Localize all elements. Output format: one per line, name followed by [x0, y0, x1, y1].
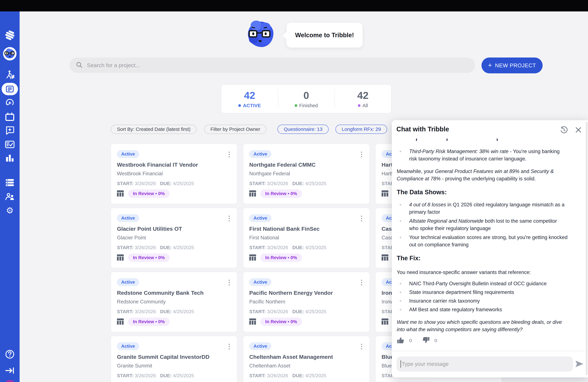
chat-bullet: State insurance department filing requir…: [397, 289, 567, 296]
sign-out-icon[interactable]: [0, 365, 20, 377]
chat-message: Third-Party Risk Management: 38% win rat…: [397, 138, 567, 344]
project-title: Redstone Community Bank Tech: [117, 290, 204, 296]
search-input[interactable]: [87, 62, 446, 68]
chat-message-input[interactable]: [402, 361, 562, 367]
sync-sparkle-icon[interactable]: [0, 97, 20, 109]
start-label: START:: [249, 181, 266, 186]
status-badge: Active: [117, 150, 139, 158]
table-icon: [117, 190, 124, 197]
start-date: 3/26/2026: [267, 373, 288, 378]
people-icon[interactable]: [0, 191, 20, 203]
top-black-bar: [0, 0, 588, 11]
card-menu-button[interactable]: [358, 278, 365, 287]
checklist-icon[interactable]: [0, 139, 20, 150]
sort-by-chip[interactable]: Sort By: Created Date (latest first): [111, 125, 197, 134]
search-icon: [76, 62, 83, 69]
chat-bullet: AM Best and state regulatory frameworks: [397, 306, 567, 313]
calendar-icon[interactable]: [0, 111, 20, 123]
start-date: 3/26/2026: [135, 373, 156, 378]
chat-closing-question: Want me to show you which specific quest…: [397, 318, 567, 333]
project-dates: START: 3/26/2026DUE: 4/25/2025: [249, 181, 326, 186]
filter-bar: Sort By: Created Date (latest first) Fil…: [111, 125, 387, 134]
project-dates: START: 3/26/2026DUE: 4/25/2025: [117, 245, 194, 250]
project-card[interactable]: Active Pacific Northern Energy Vendor Pa…: [243, 272, 370, 332]
tribble-assistant-icon[interactable]: [0, 47, 20, 61]
longform-rfx-chip[interactable]: Longform RFx: 29: [336, 125, 387, 134]
project-card[interactable]: Active Redstone Community Bank Tech Reds…: [111, 272, 237, 332]
project-card[interactable]: Active First National Bank FinSec First …: [243, 208, 370, 268]
tribble-logo-icon[interactable]: [0, 28, 20, 43]
history-icon[interactable]: [560, 126, 568, 134]
sidebar: ⚙ TK: [0, 11, 20, 382]
project-client: Northgate Federal: [249, 171, 290, 177]
status-badge: Active: [117, 214, 139, 222]
due-date: 4/25/2025: [305, 309, 326, 314]
card-menu-button[interactable]: [226, 278, 233, 287]
table-icon: [381, 318, 388, 325]
table-icon: [117, 255, 124, 261]
project-dates: START: 3/26/2026DUE: 4/25/2025: [117, 309, 194, 314]
project-card[interactable]: Active Westbrook Financial IT Vendor Wes…: [111, 144, 237, 204]
project-title: Westbrook Financial IT Vendor: [117, 162, 198, 168]
tribble-mascot: [246, 20, 275, 49]
thumbs-up-icon[interactable]: [397, 337, 405, 344]
table-icon: [381, 190, 388, 197]
send-icon[interactable]: [575, 360, 584, 367]
project-dates: START: 3/26/2026DUE: 4/25/2025: [249, 373, 326, 378]
chat-sparkle-icon[interactable]: [0, 125, 20, 136]
start-date: 3/26/2026: [135, 309, 156, 314]
start-label: START:: [249, 373, 266, 378]
chat-input-box[interactable]: [397, 357, 573, 372]
questionnaire-chip[interactable]: Questionnaire: 13: [277, 125, 329, 134]
card-menu-button[interactable]: [226, 342, 233, 351]
project-card[interactable]: Active Granite Summit Capital InvestorDD…: [111, 336, 237, 382]
project-card[interactable]: Active Cheltenham Asset Management Chelt…: [243, 336, 370, 382]
chat-scrollbar[interactable]: [586, 122, 588, 375]
project-client: Cheltenham Asset: [249, 363, 290, 369]
bar-chart-icon[interactable]: [0, 152, 20, 164]
close-icon[interactable]: [574, 126, 582, 134]
card-menu-button[interactable]: [226, 214, 233, 223]
stat-all[interactable]: 42 All: [335, 85, 391, 113]
finished-dot: [295, 104, 297, 107]
finished-count: 0: [303, 89, 309, 101]
review-badge: In Review • 0%: [128, 254, 170, 262]
project-title: Pacific Northern Energy Vendor: [249, 290, 333, 296]
stat-finished[interactable]: 0 Finished: [278, 85, 335, 113]
card-menu-button[interactable]: [358, 214, 365, 223]
thumbs-up-count: 0: [409, 337, 412, 344]
card-menu-button[interactable]: [358, 342, 365, 351]
due-label: DUE:: [292, 245, 304, 250]
help-icon[interactable]: [0, 348, 20, 360]
servers-icon[interactable]: [0, 177, 20, 189]
chat-heading-fix: The Fix:: [397, 254, 567, 262]
all-count: 42: [357, 89, 368, 101]
chat-bullet: Third-Party Risk Management: 38% win rat…: [397, 148, 567, 162]
project-card[interactable]: Active Northgate Federal CMMC Northgate …: [243, 144, 370, 204]
project-search[interactable]: [70, 58, 475, 73]
clipped-message-line: [397, 138, 567, 143]
start-label: START:: [249, 245, 266, 250]
project-title: Granite Summit Capital InvestorDD: [117, 354, 210, 360]
start-label: START:: [117, 245, 133, 250]
project-client: Glacier Point: [117, 235, 146, 241]
status-badge: Active: [249, 214, 272, 222]
due-date: 4/25/2025: [305, 373, 326, 378]
card-menu-button[interactable]: [358, 150, 365, 159]
thumbs-down-icon[interactable]: [422, 337, 430, 344]
user-avatar[interactable]: TK: [0, 379, 20, 382]
sidebar-item-projects-selected[interactable]: [0, 83, 20, 95]
fix-intro: You need insurance-specific answer varia…: [397, 269, 567, 276]
filter-owner-chip[interactable]: Filter by Project Owner: [204, 125, 266, 134]
project-client: Granite Summit: [117, 363, 152, 369]
settings-gear-icon[interactable]: ⚙: [0, 205, 20, 216]
table-icon: [381, 255, 388, 261]
handoff-walk-icon[interactable]: [0, 69, 20, 81]
due-date: 4/25/2025: [305, 245, 326, 250]
review-badge: In Review • 0%: [128, 189, 170, 198]
project-card[interactable]: Active Glacier Point Utilities OT Glacie…: [111, 208, 237, 268]
stat-active[interactable]: 42 ACTIVE: [221, 85, 278, 113]
card-menu-button[interactable]: [226, 150, 233, 159]
new-project-button[interactable]: + NEW PROJECT: [482, 58, 543, 73]
start-date: 3/26/2026: [267, 181, 288, 186]
